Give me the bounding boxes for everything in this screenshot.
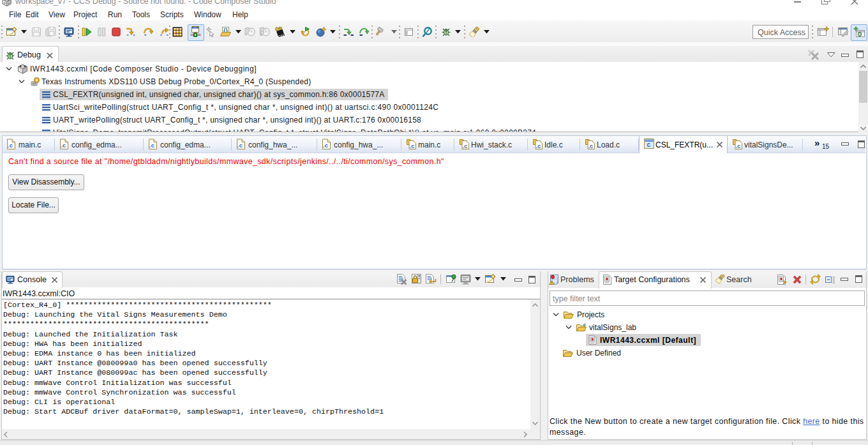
- svg-text:c: c: [583, 322, 587, 328]
- svg-text:!: !: [551, 281, 552, 285]
